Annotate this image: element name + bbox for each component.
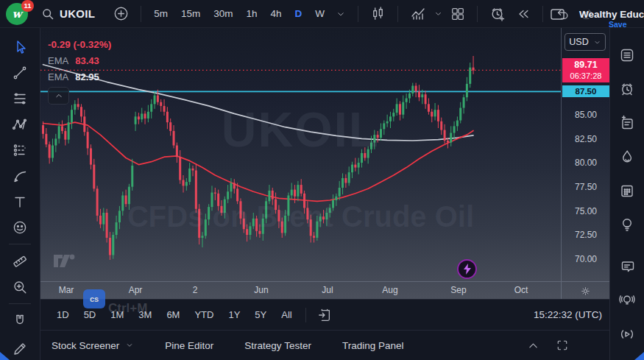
timeframe-dropdown-button[interactable]: [330, 4, 351, 24]
time-tick-label: Jun: [254, 285, 268, 295]
range-button-1m[interactable]: 1M: [105, 306, 130, 323]
indicators-icon: [410, 6, 426, 22]
range-button-ytd[interactable]: YTD: [188, 306, 219, 323]
indicator-value: 83.43: [75, 53, 99, 69]
chart-style-button[interactable]: [365, 4, 391, 24]
lightning-icon: [463, 264, 472, 275]
text-tool-button[interactable]: [6, 188, 34, 214]
recorder-corner-artifact: [0, 352, 10, 360]
trend-line-tool-button[interactable]: [6, 60, 34, 85]
layout-name-button[interactable]: Wealthy Educ Save: [579, 9, 643, 20]
footer-right-group: [527, 339, 569, 352]
tab-pine-editor[interactable]: Pine Editor: [165, 340, 213, 351]
currency-dropdown[interactable]: USD: [565, 33, 606, 51]
range-button-5y[interactable]: 5Y: [249, 306, 272, 323]
layout-grid-icon: [450, 7, 465, 21]
indicators-button[interactable]: [405, 4, 431, 24]
calendar-goto-icon: [317, 308, 332, 322]
layout-grid-button[interactable]: [445, 4, 470, 24]
alerts-button[interactable]: [614, 72, 640, 106]
time-tick-label: Mar: [59, 285, 74, 295]
save-layout-button[interactable]: [544, 4, 572, 24]
price-tick-label: 72.50: [562, 230, 610, 240]
range-divider: [305, 308, 306, 322]
range-button-1y[interactable]: 1Y: [222, 306, 246, 323]
panel-collapse-button[interactable]: [527, 339, 539, 352]
chevron-down-icon: [593, 38, 601, 46]
legend-collapse-button[interactable]: [48, 87, 69, 105]
range-button-all[interactable]: All: [275, 306, 297, 323]
price-change-label[interactable]: -0.29 (-0.32%): [48, 37, 111, 53]
symbol-search-button[interactable]: UKOIL: [41, 7, 95, 21]
timeframe-15m[interactable]: 15m: [175, 4, 206, 24]
calendar-button[interactable]: [614, 174, 640, 208]
alert-plus-icon: [489, 6, 506, 22]
clock-utc[interactable]: 15:22:32 (UTC): [534, 309, 602, 320]
alerts-icon: [619, 81, 635, 97]
emoji-tool-button[interactable]: [6, 214, 34, 240]
range-button-6m[interactable]: 6M: [160, 306, 185, 323]
timeframe-30m[interactable]: 30m: [208, 4, 238, 24]
tradingview-logo[interactable]: [53, 251, 78, 269]
go-to-date-button[interactable]: [312, 305, 337, 325]
indicator-row[interactable]: EMA 82.95: [48, 69, 111, 85]
cursor-tool-button[interactable]: [6, 34, 34, 60]
xabcd-pattern-tool-button[interactable]: [6, 111, 34, 137]
chart-pane[interactable]: UKOIL CFDs on Brent Crude Oil -0.29 (-0.…: [40, 28, 561, 281]
tab-label: Pine Editor: [165, 340, 213, 351]
zoom-in-tool-button[interactable]: [6, 274, 34, 300]
fullscreen-button[interactable]: [556, 339, 569, 352]
streams-button[interactable]: [614, 317, 640, 351]
symbol-name: UKOIL: [60, 7, 95, 20]
time-axis[interactable]: MarApr2JunJulAugSepOct: [40, 281, 609, 299]
magnet-tool-button[interactable]: [6, 308, 34, 333]
plus-circle-icon: [113, 6, 129, 21]
tab-strategy-tester[interactable]: Strategy Tester: [244, 340, 311, 351]
tab-stock-screener[interactable]: Stock Screener: [52, 340, 134, 351]
bar-replay-button[interactable]: [511, 4, 536, 24]
indicator-row[interactable]: EMA 83.43: [48, 53, 111, 69]
tab-trading-panel[interactable]: Trading Panel: [342, 340, 404, 351]
chat-button[interactable]: [614, 250, 640, 283]
xabcd-pattern-icon: [12, 116, 28, 133]
range-button-1d[interactable]: 1D: [51, 306, 75, 323]
timeframe-D[interactable]: D: [289, 4, 308, 24]
timeframe-W[interactable]: W: [309, 4, 330, 24]
range-buttons: 1D5D1M3M6MYTD1Y5YAll: [49, 306, 300, 323]
ruler-tool-button[interactable]: [6, 248, 34, 274]
live-ideas-button[interactable]: [614, 283, 640, 317]
timeframe-4h[interactable]: 4h: [265, 4, 288, 24]
layout-name-label: Wealthy Educ: [579, 9, 643, 20]
brush-tool-button[interactable]: [6, 163, 34, 188]
compare-add-button[interactable]: [108, 4, 134, 24]
price-axis[interactable]: USD 89.71 06:37:28 87.50 85.0082.5080.00…: [561, 28, 609, 281]
range-button-3m[interactable]: 3M: [132, 306, 158, 323]
save-label[interactable]: Save: [609, 20, 627, 29]
notes-plus-button[interactable]: [614, 106, 640, 140]
timeframe-5m[interactable]: 5m: [148, 4, 174, 24]
ideas-button[interactable]: [614, 208, 640, 241]
timeframe-1h[interactable]: 1h: [240, 4, 263, 24]
timeframe-row: 5m15m30m1h4hDW: [148, 4, 330, 24]
pencil-icon: [12, 339, 28, 355]
hotlists-button[interactable]: [614, 140, 640, 174]
chart-legend: -0.29 (-0.32%) EMA 83.43 EMA 82.95: [48, 37, 111, 85]
fib-retracement-tool-button[interactable]: [6, 85, 34, 111]
watchlist-button[interactable]: [614, 38, 640, 72]
current-price-badge: 89.71 06:37:28: [562, 58, 609, 82]
create-alert-button[interactable]: [484, 4, 511, 24]
indicators-dropdown-button[interactable]: [431, 4, 445, 24]
range-button-5d[interactable]: 5D: [78, 306, 102, 323]
user-menu-button[interactable]: w 11: [6, 3, 28, 25]
bottom-panel: Stock ScreenerPine EditorStrategy Tester…: [40, 330, 609, 360]
forecast-tool-button[interactable]: [6, 137, 34, 163]
time-tick-label: Apr: [129, 285, 143, 295]
live-ideas-icon: [619, 292, 635, 308]
axis-settings-button[interactable]: [561, 282, 609, 300]
indicator-value: 82.95: [75, 69, 99, 85]
trend-line-icon: [12, 65, 28, 81]
lightning-event-badge[interactable]: [457, 259, 477, 279]
text-icon: [12, 194, 28, 210]
calendar-icon: [619, 183, 635, 199]
pencil-tool-button[interactable]: [6, 333, 34, 359]
